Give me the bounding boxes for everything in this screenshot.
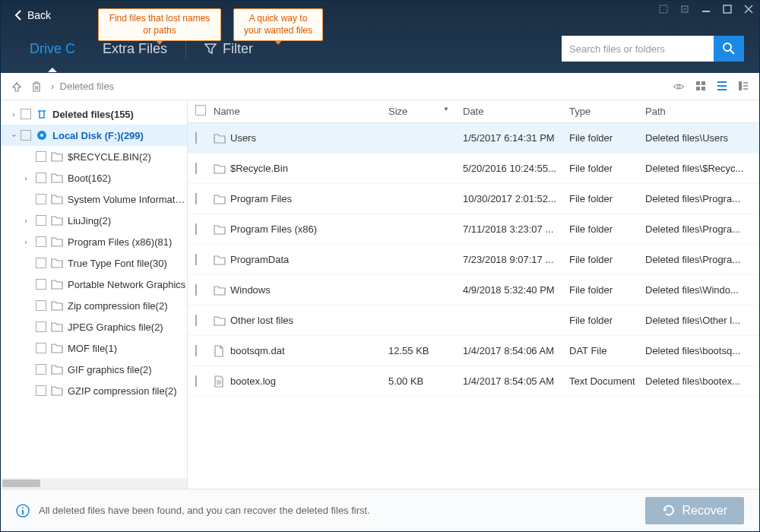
tree-item[interactable]: GZIP compression file(2)	[1, 380, 187, 401]
filter-icon	[204, 43, 217, 55]
file-row[interactable]: bootsqm.dat12.55 KB1/4/2017 8:54:06 AMDA…	[188, 336, 759, 366]
view-detail[interactable]	[738, 81, 749, 93]
file-name: Windows	[230, 284, 271, 296]
tree-item[interactable]: ›Boot(162)	[1, 167, 187, 188]
tree-item[interactable]: GIF graphics file(2)	[1, 359, 187, 380]
svg-rect-5	[696, 81, 700, 85]
scrollbar-thumb[interactable]	[2, 480, 40, 487]
status-text: All deleted files have been found, and y…	[39, 505, 370, 516]
view-grid[interactable]	[695, 81, 706, 93]
breadcrumb: › Deleted files	[51, 81, 114, 92]
expand-icon[interactable]: ›	[21, 238, 31, 246]
search-button[interactable]	[714, 36, 744, 62]
expand-icon[interactable]: ›	[21, 174, 31, 182]
checkbox[interactable]	[195, 223, 197, 235]
file-date: 1/5/2017 6:14:31 PM	[463, 132, 569, 144]
file-row[interactable]: Users1/5/2017 6:14:31 PMFile folderDelet…	[188, 123, 759, 154]
window-skin-button[interactable]	[653, 1, 674, 17]
tab-extra-files[interactable]: Extra Files	[89, 30, 181, 68]
tree-label: LiuJing(2)	[68, 215, 111, 226]
checkbox[interactable]	[36, 215, 46, 226]
column-date[interactable]: Date	[463, 106, 569, 117]
tree-item[interactable]: ›LiuJing(2)	[1, 210, 187, 231]
preview-toggle[interactable]	[673, 81, 685, 93]
file-type: File folder	[569, 132, 645, 144]
delete-button[interactable]	[31, 81, 42, 92]
checkbox[interactable]	[36, 236, 46, 247]
checkbox[interactable]	[195, 254, 197, 265]
checkbox[interactable]	[195, 163, 197, 174]
search-input[interactable]	[562, 36, 714, 62]
checkbox[interactable]	[36, 151, 46, 162]
chevron-right-icon[interactable]: ›	[8, 110, 19, 119]
file-row[interactable]: Program Files10/30/2017 2:01:52...File f…	[188, 184, 759, 214]
recover-button[interactable]: Recover	[645, 497, 744, 524]
file-list-body[interactable]: Users1/5/2017 6:14:31 PMFile folderDelet…	[188, 123, 759, 489]
up-button[interactable]	[11, 81, 22, 92]
tree-item[interactable]: System Volume Information	[1, 188, 187, 210]
window-maximize-button[interactable]	[717, 1, 738, 17]
file-row[interactable]: $Recycle.Bin5/20/2016 10:24:55...File fo…	[188, 154, 759, 184]
tab-filter[interactable]: Filter	[191, 30, 267, 68]
tree-item[interactable]: JPEG Graphics file(2)	[1, 316, 187, 337]
checkbox[interactable]	[36, 279, 46, 290]
folder-icon	[214, 315, 226, 326]
file-path: Deleted files\Other l...	[645, 315, 759, 326]
tab-drive[interactable]: Drive C	[16, 30, 89, 68]
file-row[interactable]: bootex.log5.00 KB1/4/2017 8:54:05 AMText…	[188, 366, 759, 397]
chevron-left-icon	[14, 10, 21, 21]
checkbox[interactable]	[36, 300, 46, 311]
checkbox[interactable]	[21, 109, 31, 119]
titlebar: Back Find files that lost names or paths…	[1, 1, 759, 73]
view-controls	[673, 81, 749, 93]
disk-icon	[36, 130, 48, 141]
column-type[interactable]: Type	[569, 106, 645, 117]
file-row[interactable]: Program Files (x86)7/11/2018 3:23:07 ...…	[188, 214, 759, 245]
toolbar: › Deleted files	[1, 73, 759, 100]
tree-root-localdisk[interactable]: › Local Disk (F:)(299)	[1, 125, 187, 146]
chevron-down-icon[interactable]: ›	[10, 130, 18, 141]
tree-item[interactable]: ›Program Files (x86)(81)	[1, 231, 187, 252]
checkbox[interactable]	[36, 173, 46, 183]
folder-icon	[51, 151, 63, 162]
checkbox[interactable]	[36, 258, 46, 268]
tree-item[interactable]: $RECYCLE.BIN(2)	[1, 146, 187, 167]
checkbox[interactable]	[195, 132, 197, 144]
checkbox[interactable]	[195, 315, 197, 326]
tree-root-deleted[interactable]: › Deleted files(155)	[1, 103, 187, 125]
folder-icon	[51, 194, 63, 204]
checkbox[interactable]	[36, 385, 46, 396]
checkbox[interactable]	[195, 345, 197, 356]
checkbox[interactable]	[36, 364, 46, 375]
file-icon	[214, 345, 226, 357]
column-name[interactable]: Name	[214, 106, 388, 117]
tree-item[interactable]: True Type Font file(30)	[1, 252, 187, 274]
window-close-button[interactable]	[738, 1, 759, 17]
folder-icon	[214, 194, 226, 204]
tree-horizontal-scrollbar[interactable]	[1, 478, 187, 489]
expand-icon[interactable]: ›	[21, 217, 31, 225]
checkbox[interactable]	[195, 193, 197, 204]
tree-item[interactable]: MOF file(1)	[1, 337, 187, 359]
folder-icon	[51, 173, 63, 183]
tree-item[interactable]: Portable Network Graphics	[1, 274, 187, 295]
checkbox[interactable]	[36, 194, 46, 204]
checkbox[interactable]	[21, 130, 31, 141]
window-tray-button[interactable]	[674, 1, 695, 17]
column-size[interactable]: Size▼	[388, 106, 463, 117]
tree-panel[interactable]: › Deleted files(155) › Local Disk (F:)(2…	[1, 100, 188, 489]
checkbox[interactable]	[36, 321, 46, 332]
checkbox[interactable]	[195, 375, 197, 387]
column-path[interactable]: Path	[645, 106, 759, 117]
file-row[interactable]: ProgramData7/23/2018 9:07:17 ...File fol…	[188, 245, 759, 275]
tree-item[interactable]: Zip compression file(2)	[1, 295, 187, 316]
checkbox[interactable]	[195, 284, 197, 296]
window-minimize-button[interactable]	[695, 1, 717, 17]
back-button[interactable]: Back	[8, 6, 57, 24]
checkbox[interactable]	[36, 343, 46, 353]
file-path: Deleted files\bootsq...	[645, 345, 759, 356]
checkbox-all[interactable]	[195, 105, 206, 116]
view-list[interactable]	[717, 81, 727, 93]
file-row[interactable]: Other lost filesFile folderDeleted files…	[188, 306, 759, 336]
file-row[interactable]: Windows4/9/2018 5:32:40 PMFile folderDel…	[188, 275, 759, 306]
